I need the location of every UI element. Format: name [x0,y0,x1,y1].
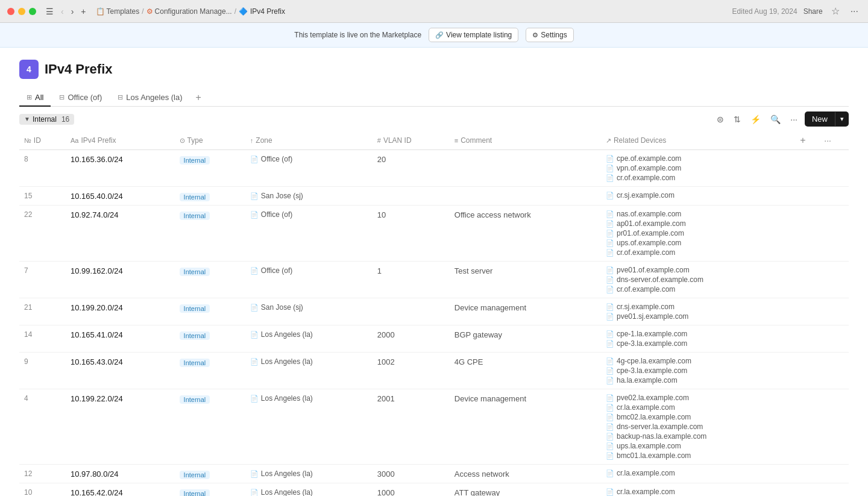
col-prefix: AaIPv4 Prefix [66,131,175,150]
favorite-button[interactable]: ☆ [829,3,842,19]
device-entry[interactable]: 📄cr.la.example.com [606,487,790,496]
device-entry[interactable]: 📄4g-cpe.la.example.com [606,356,790,366]
device-entry[interactable]: 📄dns-server.la.example.com [606,422,790,432]
share-button[interactable]: Share [804,7,823,16]
device-entry[interactable]: 📄ups.of.example.com [606,238,790,248]
filter-badge[interactable]: ▼ Internal 16 [19,114,74,125]
breadcrumb-config[interactable]: ⚙Configuration Manage... [146,7,232,16]
device-entry[interactable]: 📄cr.of.example.com [606,173,790,183]
collapse-sidebar-button[interactable]: ☰ [43,5,56,17]
device-icon: 📄 [606,394,614,402]
cell-id: 15 [19,187,66,206]
breadcrumb-current: 🔷 IPv4 Prefix [239,7,285,16]
table-icon: ⊞ [27,93,32,101]
cell-action1 [795,150,819,187]
maximize-button[interactable] [29,8,36,15]
device-entry[interactable]: 📄nas.of.example.com [606,209,790,219]
new-tab-button[interactable]: + [78,5,88,17]
filter-button[interactable]: ⊜ [714,112,726,127]
table-row[interactable]: 410.199.22.0/24Internal📄Los Angeles (la)… [19,389,849,465]
device-entry[interactable]: 📄pve01.sj.example.com [606,312,790,321]
add-column-button[interactable]: + [800,135,805,146]
device-entry[interactable]: 📄cr.sj.example.com [606,302,790,312]
titlebar-right: Edited Aug 19, 2024 Share ☆ ··· [732,3,861,19]
cell-action2 [819,150,849,187]
close-button[interactable] [7,8,14,15]
add-tab-button[interactable]: + [191,89,206,107]
settings-button[interactable]: ⚙ Settings [526,28,573,42]
device-entry[interactable]: 📄pr01.of.example.com [606,228,790,238]
sort-button[interactable]: ⇅ [731,112,743,127]
device-entry[interactable]: 📄cr.of.example.com [606,284,790,294]
device-icon: 📄 [606,442,614,450]
table-row[interactable]: 1410.165.41.0/24Internal📄Los Angeles (la… [19,325,849,353]
cell-prefix: 10.99.162.0/24 [66,262,175,298]
table-row[interactable]: 1010.165.42.0/24Internal📄Los Angeles (la… [19,483,849,497]
device-entry[interactable]: 📄ha.la.example.com [606,375,790,385]
more-columns-button[interactable]: ··· [824,136,831,145]
device-entry[interactable]: 📄cpe-1.la.example.com [606,329,790,339]
more-toolbar-button[interactable]: ··· [788,112,800,127]
more-options-button[interactable]: ··· [848,4,861,19]
traffic-lights [7,8,36,15]
cell-action1 [795,187,819,206]
nav-back-button[interactable]: ‹ [58,5,66,17]
device-entry[interactable]: 📄dns-server.of.example.com [606,275,790,284]
cell-related-devices: 📄cr.la.example.com📄gw.la.example.com📄gw.… [601,483,795,497]
device-entry[interactable]: 📄cr.la.example.com [606,403,790,412]
cell-id: 8 [19,150,66,187]
device-entry[interactable]: 📄cpe-3.la.example.com [606,339,790,348]
device-entry[interactable]: 📄bmc02.la.example.com [606,412,790,422]
tab-all[interactable]: ⊞ All [19,89,51,107]
cell-zone: 📄Office (of) [245,150,373,187]
device-entry[interactable]: 📄ups.la.example.com [606,441,790,451]
col-zone: ↑Zone [245,131,373,150]
device-entry[interactable]: 📄cr.sj.example.com [606,190,790,200]
device-entry[interactable]: 📄cr.la.example.com [606,468,790,478]
table-row[interactable]: 910.165.43.0/24Internal📄Los Angeles (la)… [19,353,849,389]
device-entry[interactable]: 📄cpe-3.la.example.com [606,366,790,375]
cell-prefix: 10.165.42.0/24 [66,483,175,497]
search-button[interactable]: 🔍 [768,112,783,127]
cell-prefix: 10.97.80.0/24 [66,465,175,483]
device-entry[interactable]: 📄vpn.of.example.com [606,163,790,173]
link-icon: 🔗 [435,31,444,39]
minimize-button[interactable] [18,8,25,15]
device-entry[interactable]: 📄cr.of.example.com [606,248,790,257]
new-btn-dropdown-icon[interactable]: ▾ [835,112,849,126]
new-record-button[interactable]: New ▾ [805,111,849,127]
tab-office[interactable]: ⊟ Office (of) [52,89,109,107]
device-entry[interactable]: 📄ap01.of.example.com [606,219,790,228]
device-icon: 📄 [606,303,614,311]
cell-related-devices: 📄cr.sj.example.com📄pve01.sj.example.com [601,298,795,325]
nav-forward-button[interactable]: › [69,5,77,17]
col-related: ↗Related Devices [601,131,795,150]
table-row[interactable]: 1510.165.40.0/24Internal📄San Jose (sj)📄c… [19,187,849,206]
table-row[interactable]: 810.165.36.0/24Internal📄Office (of)20📄cp… [19,150,849,187]
table-row[interactable]: 1210.97.80.0/24Internal📄Los Angeles (la)… [19,465,849,483]
breadcrumb-templates[interactable]: 📋Templates [96,7,140,16]
cell-related-devices: 📄nas.of.example.com📄ap01.of.example.com📄… [601,206,795,262]
view-template-listing-button[interactable]: 🔗 View template listing [429,28,518,42]
cell-zone: 📄Los Angeles (la) [245,389,373,465]
cell-action2 [819,353,849,389]
filter-arrow-icon: ▼ [24,116,30,122]
table-row[interactable]: 2210.92.74.0/24Internal📄Office (of)10Off… [19,206,849,262]
device-entry[interactable]: 📄backup-nas.la.example.com [606,432,790,441]
device-entry[interactable]: 📄bmc01.la.example.com [606,451,790,460]
device-icon: 📄 [606,433,614,441]
device-entry[interactable]: 📄pve01.of.example.com [606,265,790,275]
table-row[interactable]: 2110.199.20.0/24Internal📄San Jose (sj)De… [19,298,849,325]
device-icon: 📄 [606,165,614,172]
tab-la[interactable]: ⊟ Los Angeles (la) [110,89,189,107]
cell-comment: Device management [450,389,601,465]
cell-action2 [819,298,849,325]
lightning-button[interactable]: ⚡ [748,112,763,127]
device-entry[interactable]: 📄cpe.of.example.com [606,154,790,163]
page-title: IPv4 Prefix [45,61,113,77]
device-entry[interactable]: 📄pve02.la.example.com [606,393,790,403]
device-icon: 📄 [606,192,614,199]
table-header: №ID AaIPv4 Prefix ⊙Type ↑Zone #VLAN ID ≡… [19,131,849,150]
banner-text: This template is live on the Marketplace [294,31,421,39]
table-row[interactable]: 710.99.162.0/24Internal📄Office (of)1Test… [19,262,849,298]
